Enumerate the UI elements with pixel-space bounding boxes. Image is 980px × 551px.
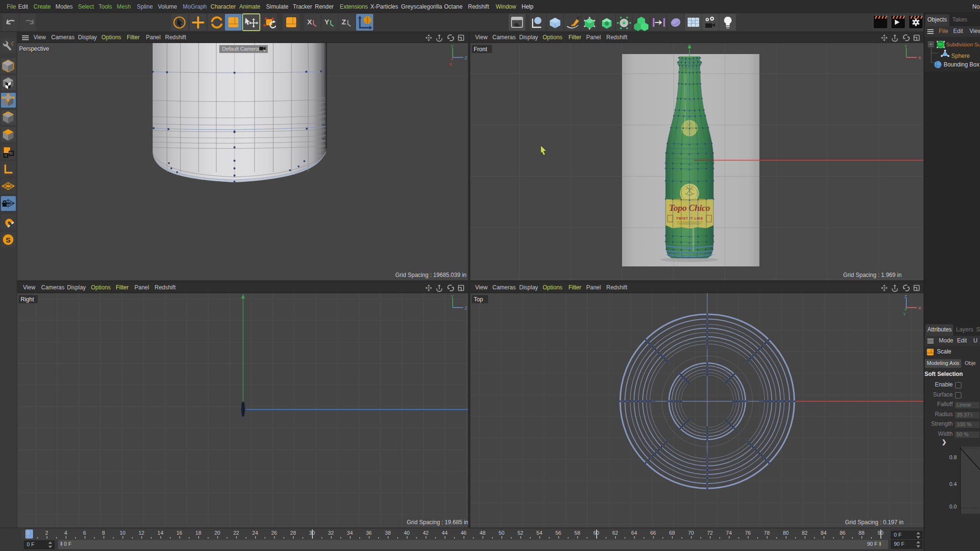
svg-text:68: 68 bbox=[669, 530, 675, 536]
svg-text:Y: Y bbox=[451, 294, 454, 299]
svg-text:62: 62 bbox=[612, 530, 618, 536]
svg-text:Z: Z bbox=[465, 306, 468, 310]
svg-text:76: 76 bbox=[745, 530, 751, 536]
svg-text:34: 34 bbox=[347, 530, 353, 536]
svg-text:78: 78 bbox=[764, 530, 769, 536]
svg-text:20: 20 bbox=[214, 530, 220, 536]
svg-text:12: 12 bbox=[138, 530, 144, 536]
svg-text:8: 8 bbox=[102, 530, 105, 536]
svg-text:2: 2 bbox=[45, 530, 48, 536]
svg-text:Y: Y bbox=[903, 312, 906, 317]
svg-text:72: 72 bbox=[707, 530, 713, 536]
svg-text:Y: Y bbox=[451, 44, 454, 49]
svg-text:48: 48 bbox=[479, 530, 485, 536]
svg-text:Z: Z bbox=[904, 294, 907, 299]
svg-text:36: 36 bbox=[366, 530, 372, 536]
svg-text:16: 16 bbox=[177, 530, 182, 536]
svg-text:28: 28 bbox=[290, 530, 296, 536]
svg-text:40: 40 bbox=[404, 530, 410, 536]
svg-text:X: X bbox=[307, 18, 312, 26]
svg-text:42: 42 bbox=[423, 530, 428, 536]
svg-text:46: 46 bbox=[461, 530, 467, 536]
svg-text:X: X bbox=[918, 306, 921, 310]
svg-text:58: 58 bbox=[574, 530, 580, 536]
svg-text:14: 14 bbox=[157, 530, 163, 536]
svg-text:6: 6 bbox=[83, 530, 86, 536]
svg-text:52: 52 bbox=[517, 530, 523, 536]
svg-text:18: 18 bbox=[195, 530, 201, 536]
svg-text:50: 50 bbox=[499, 530, 504, 536]
svg-text:66: 66 bbox=[650, 530, 656, 536]
svg-text:X: X bbox=[918, 55, 921, 60]
svg-text:70: 70 bbox=[688, 530, 694, 536]
svg-text:Y: Y bbox=[324, 18, 329, 26]
svg-text:X: X bbox=[449, 62, 452, 66]
svg-text:44: 44 bbox=[442, 530, 447, 536]
svg-text:74: 74 bbox=[726, 530, 732, 536]
svg-text:Y: Y bbox=[904, 44, 907, 49]
svg-text:54: 54 bbox=[536, 530, 542, 536]
svg-text:82: 82 bbox=[802, 530, 807, 536]
svg-text:10: 10 bbox=[120, 530, 125, 536]
svg-text:Z: Z bbox=[342, 18, 346, 26]
svg-text:S: S bbox=[6, 236, 11, 244]
svg-text:88: 88 bbox=[858, 530, 864, 536]
svg-text:4: 4 bbox=[64, 530, 67, 536]
svg-text:84: 84 bbox=[821, 530, 826, 536]
svg-text:86: 86 bbox=[840, 530, 846, 536]
svg-text:22: 22 bbox=[233, 530, 239, 536]
svg-text:Z: Z bbox=[465, 55, 468, 60]
svg-text:24: 24 bbox=[252, 530, 258, 536]
svg-text:0: 0 bbox=[26, 530, 29, 536]
svg-text:38: 38 bbox=[385, 530, 390, 536]
svg-text:Sphere: Sphere bbox=[951, 53, 970, 59]
svg-text:32: 32 bbox=[328, 530, 334, 536]
svg-text:80: 80 bbox=[783, 530, 789, 536]
svg-text:Subdivision Surf: Subdivision Surf bbox=[946, 42, 980, 47]
svg-text:56: 56 bbox=[556, 530, 561, 536]
svg-text:64: 64 bbox=[631, 530, 637, 536]
svg-text:Bounding Box: Bounding Box bbox=[944, 61, 980, 68]
svg-text:26: 26 bbox=[271, 530, 277, 536]
